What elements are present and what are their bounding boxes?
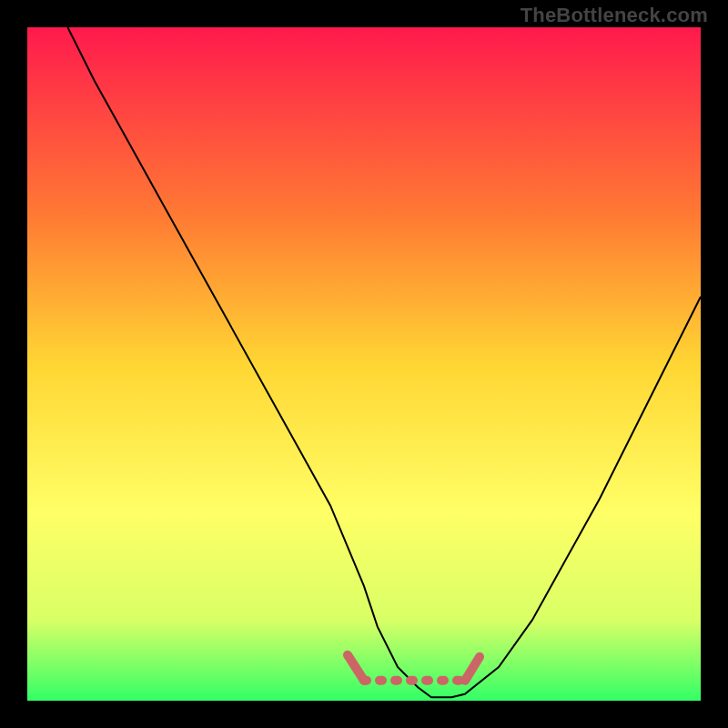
gradient-background: [27, 27, 701, 701]
bottleneck-chart: [27, 27, 701, 701]
chart-frame: TheBottleneck.com: [0, 0, 728, 728]
watermark-text: TheBottleneck.com: [521, 4, 708, 27]
plot-area: [27, 27, 701, 701]
